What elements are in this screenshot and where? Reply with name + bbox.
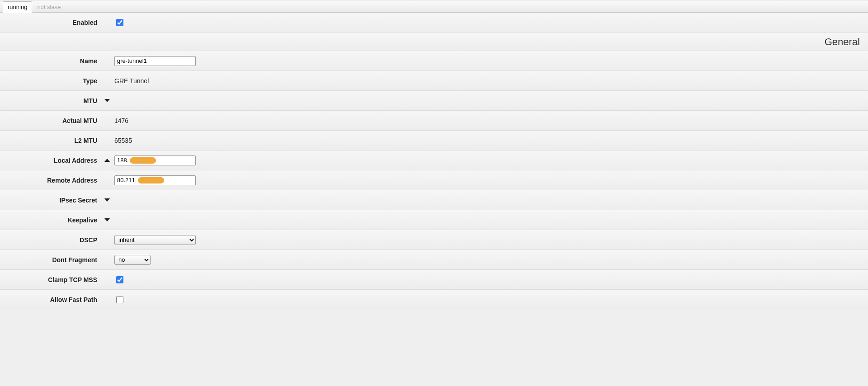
- remote-address-input[interactable]: [114, 175, 196, 185]
- label-l2-mtu: L2 MTU: [0, 137, 102, 144]
- section-header-general: General: [0, 33, 868, 51]
- chevron-down-icon[interactable]: [104, 198, 110, 202]
- enabled-checkbox[interactable]: [116, 19, 123, 26]
- label-ipsec-secret: IPsec Secret: [0, 197, 102, 204]
- status-tabs: running not slave: [0, 0, 868, 13]
- row-allow-fast-path: Allow Fast Path: [0, 289, 868, 309]
- label-name: Name: [0, 57, 102, 65]
- clamp-tcp-mss-checkbox[interactable]: [116, 276, 123, 283]
- interface-config-panel: running not slave Enabled General Name T…: [0, 0, 868, 327]
- dscp-select[interactable]: inherit: [114, 235, 196, 245]
- row-l2-mtu: L2 MTU 65535: [0, 130, 868, 150]
- label-clamp-tcp-mss: Clamp TCP MSS: [0, 276, 102, 283]
- label-allow-fast-path: Allow Fast Path: [0, 296, 102, 303]
- row-remote-address: Remote Address: [0, 170, 868, 190]
- row-dont-fragment: Dont Fragment no: [0, 249, 868, 269]
- label-type: Type: [0, 77, 102, 85]
- row-clamp-tcp-mss: Clamp TCP MSS: [0, 269, 868, 289]
- label-dont-fragment: Dont Fragment: [0, 256, 102, 264]
- row-local-address: Local Address: [0, 150, 868, 170]
- row-dscp: DSCP inherit: [0, 230, 868, 249]
- tab-not-slave[interactable]: not slave: [32, 1, 66, 12]
- row-mtu: MTU: [0, 90, 868, 110]
- row-enabled: Enabled: [0, 13, 868, 33]
- label-actual-mtu: Actual MTU: [0, 117, 102, 124]
- label-local-address: Local Address: [0, 157, 102, 164]
- form-rows: Enabled General Name Type GRE Tunnel: [0, 13, 868, 309]
- chevron-down-icon[interactable]: [104, 99, 110, 102]
- allow-fast-path-checkbox[interactable]: [116, 296, 123, 303]
- label-mtu: MTU: [0, 97, 102, 104]
- name-input[interactable]: [114, 56, 196, 66]
- actual-mtu-value: 1476: [114, 117, 128, 124]
- l2-mtu-value: 65535: [114, 137, 132, 144]
- dont-fragment-select[interactable]: no: [114, 255, 151, 265]
- label-remote-address: Remote Address: [0, 177, 102, 184]
- chevron-up-icon[interactable]: [104, 159, 110, 162]
- chevron-down-icon[interactable]: [104, 218, 110, 221]
- local-address-input[interactable]: [114, 155, 196, 165]
- row-keepalive: Keepalive: [0, 210, 868, 230]
- row-actual-mtu: Actual MTU 1476: [0, 110, 868, 130]
- row-name: Name: [0, 51, 868, 71]
- label-enabled: Enabled: [0, 19, 102, 26]
- row-ipsec-secret: IPsec Secret: [0, 190, 868, 210]
- label-dscp: DSCP: [0, 236, 102, 244]
- label-keepalive: Keepalive: [0, 217, 102, 224]
- row-type: Type GRE Tunnel: [0, 71, 868, 90]
- tab-running[interactable]: running: [3, 1, 32, 13]
- type-value: GRE Tunnel: [114, 77, 149, 85]
